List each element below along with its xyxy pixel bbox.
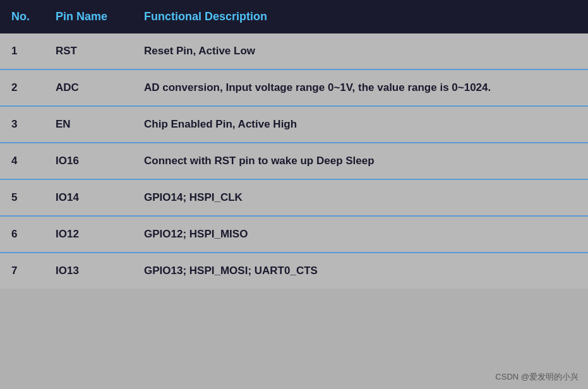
cell-pin: IO16 — [44, 143, 133, 179]
table-header-row: No. Pin Name Functional Description — [0, 0, 588, 33]
table-row: 4IO16Connect with RST pin to wake up Dee… — [0, 143, 588, 179]
cell-no: 4 — [0, 143, 44, 179]
header-pin: Pin Name — [44, 0, 133, 33]
cell-no: 7 — [0, 253, 44, 289]
cell-pin: IO12 — [44, 216, 133, 253]
table-row: 2ADCAD conversion, Input voltage range 0… — [0, 69, 588, 106]
cell-desc: AD conversion, Input voltage range 0~1V,… — [133, 69, 588, 106]
table-row: 7IO13GPIO13; HSPI_MOSI; UART0_CTS — [0, 253, 588, 289]
cell-no: 1 — [0, 33, 44, 69]
cell-pin: EN — [44, 106, 133, 143]
cell-desc: Chip Enabled Pin, Active High — [133, 106, 588, 143]
table-body: 1RSTReset Pin, Active Low2ADCAD conversi… — [0, 33, 588, 289]
cell-desc: GPIO13; HSPI_MOSI; UART0_CTS — [133, 253, 588, 289]
cell-no: 3 — [0, 106, 44, 143]
cell-desc: GPIO14; HSPI_CLK — [133, 179, 588, 216]
pin-table: No. Pin Name Functional Description 1RST… — [0, 0, 588, 289]
cell-desc: Reset Pin, Active Low — [133, 33, 588, 69]
table-container: ESP8266 No. Pin Name Functional Descript… — [0, 0, 588, 389]
cell-pin: IO14 — [44, 179, 133, 216]
cell-no: 6 — [0, 216, 44, 253]
table-row: 1RSTReset Pin, Active Low — [0, 33, 588, 69]
watermark-text: CSDN @爱发明的小兴 — [495, 371, 579, 383]
cell-pin: IO13 — [44, 253, 133, 289]
cell-no: 2 — [0, 69, 44, 106]
table-row: 3ENChip Enabled Pin, Active High — [0, 106, 588, 143]
header-desc: Functional Description — [133, 0, 588, 33]
cell-pin: RST — [44, 33, 133, 69]
cell-desc: GPIO12; HSPI_MISO — [133, 216, 588, 253]
table-row: 6IO12GPIO12; HSPI_MISO — [0, 216, 588, 253]
cell-desc: Connect with RST pin to wake up Deep Sle… — [133, 143, 588, 179]
table-row: 5IO14GPIO14; HSPI_CLK — [0, 179, 588, 216]
header-no: No. — [0, 0, 44, 33]
cell-no: 5 — [0, 179, 44, 216]
cell-pin: ADC — [44, 69, 133, 106]
